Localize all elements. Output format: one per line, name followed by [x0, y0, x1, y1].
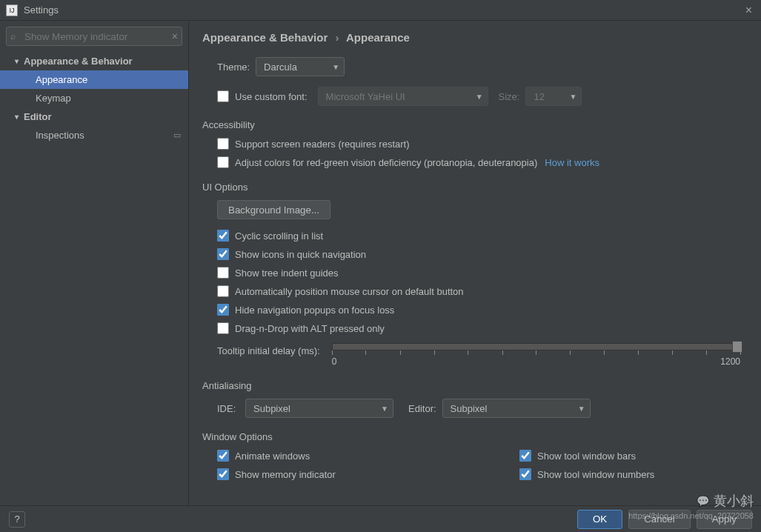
breadcrumb-a: Appearance & Behavior — [202, 31, 328, 44]
auto-mouse-label: Automatically position mouse cursor on d… — [235, 286, 464, 297]
animate-label: Animate windows — [235, 450, 310, 462]
chevron-down-icon: ▾ — [15, 113, 24, 121]
use-custom-font-checkbox[interactable] — [217, 90, 229, 102]
apply-button[interactable]: Apply — [697, 510, 752, 529]
tree-inspections[interactable]: Inspections ▭ — [0, 126, 188, 144]
cyclic-row: Cyclic scrolling in list — [217, 230, 748, 242]
clear-search-icon[interactable]: × — [172, 30, 178, 42]
content-panel: Appearance & Behavior › Appearance Theme… — [189, 21, 761, 505]
window-options-left: Animate windows Show memory indicator — [202, 450, 431, 487]
window-options-heading: Window Options — [202, 431, 748, 442]
tree-appearance[interactable]: Appearance — [0, 70, 188, 89]
chevron-down-icon: ▾ — [15, 57, 24, 65]
chevron-down-icon: ▼ — [570, 93, 577, 101]
tree-appearance-behavior[interactable]: ▾ Appearance & Behavior — [0, 52, 188, 70]
editor-aa-value: Subpixel — [451, 403, 572, 414]
font-dropdown[interactable]: Microsoft YaHei UI ▼ — [318, 87, 488, 106]
slider-ticks — [332, 350, 740, 356]
animate-row: Animate windows — [217, 450, 431, 462]
show-icons-row: Show icons in quick navigation — [217, 248, 748, 260]
cyclic-label: Cyclic scrolling in list — [235, 230, 323, 242]
breadcrumb-b: Appearance — [346, 31, 410, 44]
size-label: Size: — [499, 91, 520, 102]
window-options-right: Show tool window bars Show tool window n… — [519, 450, 748, 487]
cyclic-scrolling-checkbox[interactable] — [217, 230, 229, 242]
search-icon: ⌕ — [10, 31, 16, 41]
custom-font-label: Use custom font: — [235, 91, 308, 102]
animate-windows-checkbox[interactable] — [217, 450, 229, 462]
tree-item-label: Inspections — [36, 130, 84, 141]
content-body: ⌕ × ▾ Appearance & Behavior Appearance K… — [0, 21, 761, 505]
footer: ? OK Cancel Apply — [0, 505, 761, 532]
search-wrapper: ⌕ × — [6, 27, 182, 46]
help-button[interactable]: ? — [9, 511, 25, 528]
editor-aa-dropdown[interactable]: Subpixel ▼ — [442, 399, 591, 418]
dnd-alt-label: Drag-n-Drop with ALT pressed only — [235, 323, 385, 334]
antialiasing-row: IDE: Subpixel ▼ Editor: Subpixel ▼ — [217, 399, 748, 418]
tree-indent-row: Show tree indent guides — [217, 267, 748, 279]
theme-value: Darcula — [264, 61, 326, 73]
tree-editor[interactable]: ▾ Editor — [0, 107, 188, 126]
tree-item-label: Editor — [24, 111, 52, 122]
config-profile-icon: ▭ — [173, 130, 181, 140]
show-icons-checkbox[interactable] — [217, 248, 229, 260]
ide-aa-dropdown[interactable]: Subpixel ▼ — [245, 399, 393, 418]
chevron-right-icon: › — [335, 31, 339, 44]
dnd-alt-row: Drag-n-Drop with ALT pressed only — [217, 322, 748, 334]
adjust-colors-checkbox[interactable] — [217, 156, 229, 168]
theme-label: Theme: — [217, 61, 250, 73]
background-image-button[interactable]: Background Image... — [217, 200, 330, 219]
tree-item-label: Keymap — [36, 93, 71, 104]
settings-tree: ▾ Appearance & Behavior Appearance Keyma… — [0, 52, 188, 144]
editor-aa-label: Editor: — [408, 403, 436, 414]
slider-labels: 0 1200 — [332, 356, 740, 367]
dnd-alt-checkbox[interactable] — [217, 322, 229, 334]
ide-label: IDE: — [217, 403, 239, 414]
tooltip-delay-slider[interactable] — [332, 343, 740, 350]
tooltip-delay-label: Tooltip initial delay (ms): — [217, 345, 320, 356]
search-input[interactable] — [6, 27, 182, 46]
hide-nav-checkbox[interactable] — [217, 304, 229, 316]
tree-indent-checkbox[interactable] — [217, 267, 229, 279]
adjust-colors-row: Adjust colors for red-green vision defic… — [217, 156, 748, 168]
ok-button[interactable]: OK — [577, 510, 622, 529]
hide-nav-label: Hide navigation popups on focus loss — [235, 305, 394, 316]
ui-options-heading: UI Options — [202, 182, 748, 193]
tool-bars-checkbox[interactable] — [519, 450, 531, 462]
tooltip-delay-row: Tooltip initial delay (ms): 0 1200 — [217, 341, 748, 367]
memory-label: Show memory indicator — [235, 469, 336, 480]
window-title: Settings — [24, 4, 742, 16]
chevron-down-icon: ▼ — [476, 93, 483, 101]
breadcrumb: Appearance & Behavior › Appearance — [202, 31, 748, 44]
font-size-field[interactable]: 12 ▼ — [525, 87, 582, 106]
show-memory-checkbox[interactable] — [217, 468, 229, 480]
auto-mouse-checkbox[interactable] — [217, 285, 229, 297]
tree-item-label: Appearance & Behavior — [24, 56, 133, 67]
tree-indent-label: Show tree indent guides — [235, 267, 338, 279]
auto-mouse-row: Automatically position mouse cursor on d… — [217, 285, 748, 297]
theme-row: Theme: Darcula ▼ — [217, 57, 748, 76]
custom-font-row: Use custom font: Microsoft YaHei UI ▼ Si… — [217, 87, 748, 106]
window-options-cols: Animate windows Show memory indicator Sh… — [202, 450, 748, 487]
slider-min: 0 — [332, 356, 337, 367]
theme-dropdown[interactable]: Darcula ▼ — [256, 57, 345, 76]
tool-numbers-row: Show tool window numbers — [519, 468, 748, 480]
tool-numbers-checkbox[interactable] — [519, 468, 531, 480]
accessibility-heading: Accessibility — [202, 119, 748, 130]
font-value: Microsoft YaHei UI — [326, 91, 470, 102]
titlebar: IJ Settings × — [0, 0, 761, 21]
tree-keymap[interactable]: Keymap — [0, 89, 188, 107]
chevron-down-icon: ▼ — [381, 405, 388, 413]
cancel-button[interactable]: Cancel — [628, 510, 691, 529]
tool-bars-label: Show tool window bars — [537, 450, 636, 462]
screen-readers-checkbox[interactable] — [217, 138, 229, 150]
font-size-value: 12 — [534, 91, 563, 102]
how-it-works-link[interactable]: How it works — [545, 157, 599, 168]
hide-nav-row: Hide navigation popups on focus loss — [217, 304, 748, 316]
tool-bars-row: Show tool window bars — [519, 450, 748, 462]
antialiasing-heading: Antialiasing — [202, 380, 748, 391]
slider-max: 1200 — [720, 356, 740, 367]
close-icon[interactable]: × — [742, 4, 755, 17]
chevron-down-icon: ▼ — [332, 63, 339, 71]
memory-row: Show memory indicator — [217, 468, 431, 480]
